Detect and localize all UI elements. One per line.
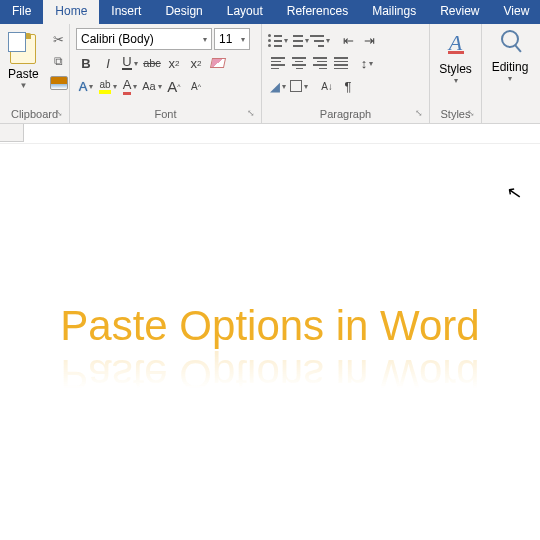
justify-icon [334, 57, 348, 69]
ribbon-tabs: File Home Insert Design Layout Reference… [0, 0, 540, 24]
editing-label: Editing [492, 60, 529, 74]
tab-home[interactable]: Home [43, 0, 99, 24]
superscript-button[interactable]: x2 [186, 53, 206, 73]
text-effects-button[interactable]: A▾ [76, 76, 96, 96]
bullets-button[interactable]: ▾ [268, 30, 288, 50]
strikethrough-button[interactable]: abc [142, 53, 162, 73]
numbering-button[interactable]: ▾ [289, 30, 309, 50]
shrink-font-button[interactable]: A^ [186, 76, 206, 96]
decrease-indent-button[interactable]: ⇤ [338, 30, 358, 50]
ribbon: Paste ▼ ✂ ⧉ Clipboard⤡ [0, 24, 540, 124]
chevron-down-icon: ▾ [282, 82, 286, 91]
multilevel-list-button[interactable]: ▾ [310, 30, 330, 50]
dialog-launcher-icon[interactable]: ⤡ [467, 106, 475, 121]
group-font-label: Font [154, 108, 176, 120]
bold-button[interactable]: B [76, 53, 96, 73]
search-icon [501, 30, 519, 48]
group-editing: Editing ▾ [482, 24, 538, 123]
align-center-button[interactable] [289, 53, 309, 73]
caret-up-icon: ^ [177, 83, 180, 90]
group-styles-label: Styles [441, 108, 471, 120]
chevron-down-icon: ▾ [454, 76, 458, 85]
font-size-value: 11 [219, 32, 232, 46]
group-paragraph: ▾ ▾ ▾ [262, 24, 430, 123]
tab-file[interactable]: File [0, 0, 43, 24]
format-painter-icon [50, 76, 68, 90]
group-styles: A Styles ▾ Styles⤡ [430, 24, 482, 123]
chevron-down-icon: ▾ [326, 36, 330, 45]
scissors-icon: ✂ [53, 32, 64, 47]
format-painter-button[interactable] [49, 74, 69, 92]
sort-button[interactable]: A↓ [317, 76, 337, 96]
chevron-down-icon: ▾ [284, 36, 288, 45]
chevron-down-icon: ▾ [508, 74, 512, 83]
align-left-icon [271, 57, 285, 69]
underline-button[interactable]: U▾ [120, 53, 140, 73]
dialog-launcher-icon[interactable]: ⤡ [55, 106, 63, 121]
cut-button[interactable]: ✂ [49, 30, 69, 48]
chevron-down-icon: ▾ [134, 59, 138, 68]
paint-bucket-icon: ◢ [270, 79, 280, 94]
align-right-button[interactable] [310, 53, 330, 73]
tab-mailings[interactable]: Mailings [360, 0, 428, 24]
pilcrow-icon: ¶ [345, 79, 352, 94]
increase-indent-button[interactable]: ⇥ [359, 30, 379, 50]
document-title-text: Paste Options in Word [0, 302, 540, 350]
tab-view[interactable]: View [492, 0, 540, 24]
bullets-icon [268, 33, 282, 47]
line-spacing-button[interactable]: ↕▾ [357, 53, 377, 73]
font-name-combo[interactable]: Calibri (Body) ▾ [76, 28, 212, 50]
borders-button[interactable]: ▾ [289, 76, 309, 96]
chevron-down-icon: ▾ [89, 82, 93, 91]
chevron-down-icon: ▾ [203, 35, 207, 44]
chevron-down-icon: ▾ [369, 59, 373, 68]
styles-label: Styles [439, 62, 472, 76]
eraser-icon [210, 58, 226, 68]
show-marks-button[interactable]: ¶ [338, 76, 358, 96]
outdent-icon: ⇤ [343, 33, 354, 48]
highlight-button[interactable]: ab▾ [98, 76, 118, 96]
caret-up-icon: ^ [198, 83, 201, 90]
paste-icon [8, 30, 38, 64]
numbering-icon [289, 33, 303, 47]
italic-button[interactable]: I [98, 53, 118, 73]
tab-review[interactable]: Review [428, 0, 491, 24]
copy-button[interactable]: ⧉ [49, 52, 69, 70]
font-color-button[interactable]: A▾ [120, 76, 140, 96]
align-center-icon [292, 57, 306, 69]
chevron-down-icon: ▾ [241, 35, 245, 44]
tab-insert[interactable]: Insert [99, 0, 153, 24]
grow-font-button[interactable]: A^ [164, 76, 184, 96]
group-paragraph-label: Paragraph [320, 108, 371, 120]
borders-icon [290, 80, 302, 92]
styles-button[interactable]: A Styles ▾ [431, 26, 480, 107]
tab-references[interactable]: References [275, 0, 360, 24]
change-case-button[interactable]: Aa▾ [142, 76, 162, 96]
align-right-icon [313, 57, 327, 69]
align-left-button[interactable] [268, 53, 288, 73]
subscript-button[interactable]: x2 [164, 53, 184, 73]
document-page[interactable]: Paste Options in Word Paste Options in W… [0, 144, 540, 540]
group-font: Calibri (Body) ▾ 11 ▾ B I U▾ abc x2 x2 [70, 24, 262, 123]
ruler-corner [0, 124, 24, 142]
paste-button[interactable]: Paste ▼ [4, 26, 43, 107]
font-size-combo[interactable]: 11 ▾ [214, 28, 250, 50]
tab-design[interactable]: Design [153, 0, 214, 24]
tab-layout[interactable]: Layout [215, 0, 275, 24]
dialog-launcher-icon[interactable]: ⤡ [415, 106, 423, 121]
dialog-launcher-icon[interactable]: ⤡ [247, 106, 255, 121]
clear-formatting-button[interactable] [208, 53, 228, 73]
editing-button[interactable]: Editing ▾ [484, 26, 537, 107]
mouse-cursor-icon: ↖ [505, 181, 524, 205]
styles-icon: A [449, 30, 462, 56]
chevron-down-icon: ▾ [304, 82, 308, 91]
justify-button[interactable] [331, 53, 351, 73]
chevron-down-icon: ▼ [19, 81, 27, 90]
shading-button[interactable]: ◢▾ [268, 76, 288, 96]
group-clipboard-label: Clipboard [11, 108, 58, 120]
copy-icon: ⧉ [54, 54, 63, 68]
chevron-down-icon: ▾ [158, 82, 162, 91]
indent-icon: ⇥ [364, 33, 375, 48]
font-name-value: Calibri (Body) [81, 32, 154, 46]
multilevel-icon [310, 33, 324, 47]
